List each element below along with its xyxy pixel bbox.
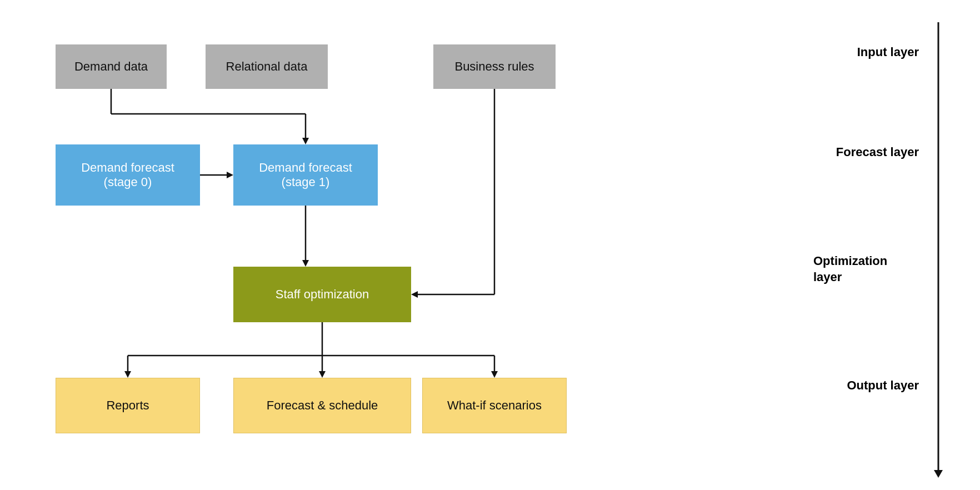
layer-vertical-arrow xyxy=(930,22,947,478)
input-layer-label: Input layer xyxy=(857,44,919,61)
staff-optimization-box: Staff optimization xyxy=(233,267,411,322)
svg-marker-7 xyxy=(302,260,309,267)
forecast-layer-label: Forecast layer xyxy=(836,144,919,161)
forecast-schedule-box: Forecast & schedule xyxy=(233,378,411,433)
what-if-box: What-if scenarios xyxy=(422,378,567,433)
optimization-layer-label: Optimization layer xyxy=(813,253,919,285)
svg-marker-20 xyxy=(934,470,943,478)
output-layer-label: Output layer xyxy=(847,378,919,394)
demand-forecast-0-box: Demand forecast (stage 0) xyxy=(56,144,200,206)
business-rules-box: Business rules xyxy=(433,44,556,89)
diagram-area: Demand data Relational data Business rul… xyxy=(22,22,767,478)
reports-box: Reports xyxy=(56,378,200,433)
svg-marker-16 xyxy=(319,371,326,378)
svg-marker-3 xyxy=(302,138,309,144)
demand-data-box: Demand data xyxy=(56,44,167,89)
svg-marker-18 xyxy=(491,371,498,378)
svg-marker-14 xyxy=(124,371,131,378)
demand-forecast-1-box: Demand forecast (stage 1) xyxy=(233,144,378,206)
svg-marker-10 xyxy=(411,291,418,298)
svg-marker-5 xyxy=(227,172,233,178)
relational-data-box: Relational data xyxy=(206,44,328,89)
